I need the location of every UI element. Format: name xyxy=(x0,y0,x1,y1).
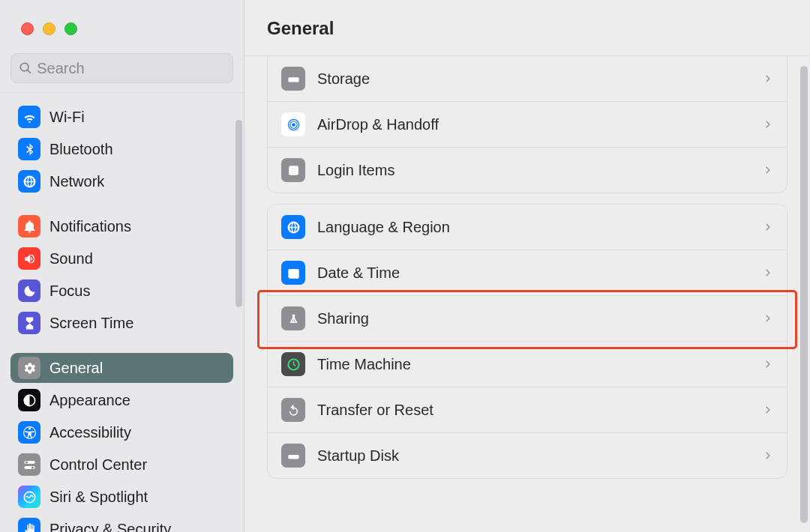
row-label: Login Items xyxy=(317,162,763,179)
calendar-icon xyxy=(281,261,305,285)
reset-icon xyxy=(281,398,305,422)
list-icon xyxy=(281,158,305,182)
chevron-right-icon xyxy=(763,405,773,415)
chevron-right-icon xyxy=(763,450,773,461)
accessibility-icon xyxy=(18,421,40,444)
chevron-right-icon xyxy=(763,359,773,369)
content-area: StorageAirDrop & HandoffLogin ItemsLangu… xyxy=(244,56,810,532)
sidebar-item-screen-time[interactable]: Screen Time xyxy=(10,308,233,338)
sidebar-item-label: General xyxy=(50,360,103,377)
wifi-icon xyxy=(18,106,40,128)
row-label: Time Machine xyxy=(317,356,763,373)
row-transfer-or-reset[interactable]: Transfer or Reset xyxy=(268,387,787,433)
row-storage[interactable]: Storage xyxy=(268,56,787,102)
main-panel: General StorageAirDrop & HandoffLogin It… xyxy=(244,0,810,532)
row-label: Language & Region xyxy=(317,219,763,236)
airdrop-icon xyxy=(281,112,305,136)
window-controls xyxy=(0,0,244,35)
chevron-right-icon xyxy=(763,313,773,324)
hand-icon xyxy=(18,518,40,532)
bell-icon xyxy=(18,215,40,238)
sidebar-item-accessibility[interactable]: Accessibility xyxy=(10,417,233,447)
row-label: Startup Disk xyxy=(317,447,763,465)
chevron-right-icon xyxy=(763,119,773,130)
sidebar-item-network[interactable]: Network xyxy=(10,166,233,196)
sidebar-item-bluetooth[interactable]: Bluetooth xyxy=(10,134,233,164)
drive-icon xyxy=(281,67,305,91)
sidebar-item-appearance[interactable]: Appearance xyxy=(10,385,233,415)
globe-icon xyxy=(281,215,305,239)
row-label: Transfer or Reset xyxy=(317,402,763,419)
sidebar-item-control-center[interactable]: Control Center xyxy=(10,450,233,480)
hourglass-icon xyxy=(18,312,40,334)
row-sharing[interactable]: Sharing xyxy=(268,296,787,342)
sidebar-item-label: Sound xyxy=(50,250,93,267)
sidebar-item-label: Screen Time xyxy=(50,315,134,332)
chevron-right-icon xyxy=(763,267,773,278)
sidebar-item-siri-spotlight[interactable]: Siri & Spotlight xyxy=(10,482,233,512)
chevron-right-icon xyxy=(763,222,773,232)
row-label: Storage xyxy=(317,70,763,88)
sidebar-item-label: Network xyxy=(50,173,104,190)
search-field[interactable] xyxy=(10,53,233,83)
sidebar-item-label: Focus xyxy=(50,282,90,300)
zoom-button[interactable] xyxy=(64,22,77,35)
timemachine-icon xyxy=(281,352,305,376)
page-title: General xyxy=(244,0,810,56)
main-scrollbar[interactable] xyxy=(800,66,808,523)
sidebar-item-label: Bluetooth xyxy=(50,141,113,158)
sharing-icon xyxy=(281,306,305,330)
settings-window: Wi-FiBluetoothNetworkNotificationsSoundF… xyxy=(0,0,810,532)
row-label: Date & Time xyxy=(317,265,763,282)
row-login-items[interactable]: Login Items xyxy=(268,148,787,193)
row-time-machine[interactable]: Time Machine xyxy=(268,342,787,387)
siri-icon xyxy=(18,486,40,508)
sidebar-item-general[interactable]: General xyxy=(10,353,233,383)
sidebar-item-label: Privacy & Security xyxy=(50,521,171,533)
sidebar-item-label: Accessibility xyxy=(50,424,131,441)
search-input[interactable] xyxy=(37,60,225,77)
sidebar-nav: Wi-FiBluetoothNetworkNotificationsSoundF… xyxy=(0,93,244,532)
sidebar-item-focus[interactable]: Focus xyxy=(10,276,233,306)
sidebar-item-label: Appearance xyxy=(50,392,130,409)
sidebar-item-privacy-security[interactable]: Privacy & Security xyxy=(10,514,233,532)
sidebar-item-sound[interactable]: Sound xyxy=(10,244,233,273)
row-language-region[interactable]: Language & Region xyxy=(268,205,787,250)
appearance-icon xyxy=(18,389,40,411)
sidebar-scrollbar[interactable] xyxy=(236,120,242,307)
bluetooth-icon xyxy=(18,138,40,160)
row-label: Sharing xyxy=(317,310,763,327)
gear-icon xyxy=(18,357,40,379)
row-startup-disk[interactable]: Startup Disk xyxy=(268,433,787,478)
search-icon xyxy=(19,61,32,76)
sidebar-item-label: Wi-Fi xyxy=(50,109,85,126)
settings-group: StorageAirDrop & HandoffLogin Items xyxy=(267,56,788,193)
globe-icon xyxy=(18,170,40,193)
moon-icon xyxy=(18,279,40,302)
switches-icon xyxy=(18,453,40,476)
row-airdrop-handoff[interactable]: AirDrop & Handoff xyxy=(268,102,787,148)
sidebar-item-notifications[interactable]: Notifications xyxy=(10,211,233,241)
settings-group: Language & RegionDate & TimeSharingTime … xyxy=(267,204,788,479)
sidebar: Wi-FiBluetoothNetworkNotificationsSoundF… xyxy=(0,0,244,532)
chevron-right-icon xyxy=(763,73,773,84)
row-label: AirDrop & Handoff xyxy=(317,116,763,133)
chevron-right-icon xyxy=(763,165,773,175)
close-button[interactable] xyxy=(21,22,34,35)
sidebar-item-label: Siri & Spotlight xyxy=(50,489,148,506)
row-date-time[interactable]: Date & Time xyxy=(268,250,787,296)
disk-icon xyxy=(281,444,305,468)
sidebar-item-label: Notifications xyxy=(50,218,131,235)
sidebar-item-wi-fi[interactable]: Wi-Fi xyxy=(10,102,233,132)
speaker-icon xyxy=(18,247,40,270)
sidebar-item-label: Control Center xyxy=(50,456,147,474)
minimize-button[interactable] xyxy=(43,22,56,35)
